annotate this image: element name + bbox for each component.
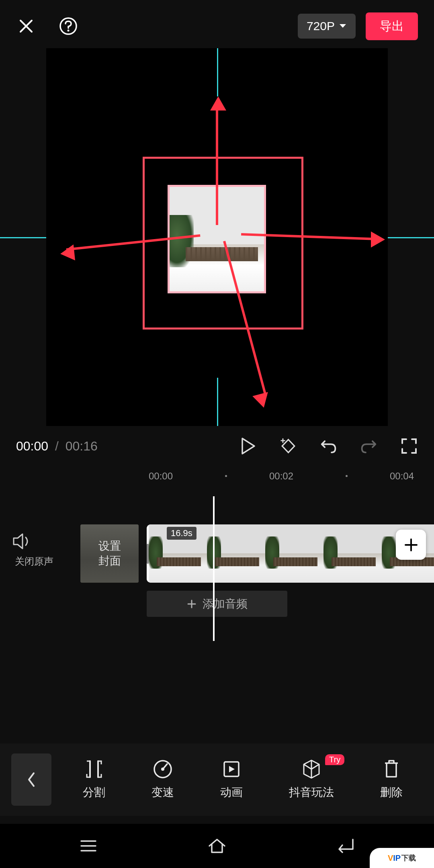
ruler-mark: 00:02 xyxy=(269,471,293,482)
chevron-left-icon xyxy=(27,772,36,788)
alignment-guide-bottom xyxy=(217,378,218,426)
tool-douyin-effects[interactable]: Try 抖音玩法 xyxy=(289,759,334,800)
cover-label-line2: 封面 xyxy=(98,554,121,568)
nav-menu-button[interactable] xyxy=(76,834,100,858)
arrow-head-icon xyxy=(210,96,226,111)
header-left-group xyxy=(16,16,78,36)
plus-icon xyxy=(187,599,197,609)
tool-split[interactable]: 分割 xyxy=(83,759,105,800)
home-icon xyxy=(207,838,227,854)
menu-icon xyxy=(80,839,97,853)
arrow-head-icon xyxy=(252,392,272,409)
clip-frame xyxy=(265,524,323,583)
cube-icon xyxy=(301,759,321,780)
tools-row: 分割 变速 动画 Try 抖音玩法 删除 xyxy=(51,759,434,800)
time-separator: / xyxy=(55,439,59,453)
timeline-ruler[interactable]: 00:00 00:02 00:04 xyxy=(0,466,434,486)
plus-icon xyxy=(404,538,418,552)
alignment-guide-top xyxy=(217,48,218,96)
back-icon xyxy=(336,839,355,853)
add-audio-label: 添加音频 xyxy=(203,596,248,612)
timeline[interactable]: 关闭原声 设置 封面 16.9s 添加音频 xyxy=(0,486,434,639)
help-button[interactable] xyxy=(58,16,78,36)
ruler-mark: 00:04 xyxy=(390,471,414,482)
mute-audio-button[interactable]: 关闭原声 xyxy=(12,532,56,568)
ruler-mark: 00:00 xyxy=(149,471,173,482)
current-time: 00:00 xyxy=(16,439,48,453)
redo-button[interactable] xyxy=(360,437,378,455)
clip-duration-badge: 16.9s xyxy=(167,527,197,540)
playhead[interactable] xyxy=(213,496,215,641)
tool-speed[interactable]: 变速 xyxy=(151,759,174,800)
delete-icon xyxy=(383,759,400,779)
video-clip[interactable]: 16.9s xyxy=(147,524,434,583)
system-nav-bar xyxy=(0,824,434,868)
tool-delete[interactable]: 删除 xyxy=(380,759,403,800)
edit-toolbar: 分割 变速 动画 Try 抖音玩法 删除 xyxy=(0,743,434,816)
header-right-group: 720P 导出 xyxy=(298,12,418,40)
add-audio-button[interactable]: 添加音频 xyxy=(147,591,287,617)
undo-button[interactable] xyxy=(319,437,338,455)
tool-label: 变速 xyxy=(151,785,174,800)
resolution-selector[interactable]: 720P xyxy=(298,14,356,39)
annotation-arrow-up xyxy=(216,100,218,225)
nav-home-button[interactable] xyxy=(205,834,229,858)
keyframe-icon xyxy=(279,436,297,456)
set-cover-button[interactable]: 设置 封面 xyxy=(80,524,139,583)
animation-icon xyxy=(222,760,241,779)
nav-back-button[interactable] xyxy=(334,834,358,858)
ruler-dot xyxy=(225,475,227,477)
thumbnail-decoration xyxy=(186,247,258,261)
watermark-letter: V xyxy=(388,854,393,863)
playback-controls xyxy=(239,437,418,455)
fullscreen-icon xyxy=(401,438,418,454)
try-badge: Try xyxy=(325,754,344,765)
tool-label: 删除 xyxy=(380,785,403,800)
keyframe-button[interactable] xyxy=(279,437,297,455)
watermark: VIP下载 xyxy=(370,848,434,868)
header-bar: 720P 导出 xyxy=(0,0,434,48)
tool-label: 动画 xyxy=(220,785,243,800)
clip-frame xyxy=(323,524,382,583)
help-icon xyxy=(59,16,78,36)
watermark-letter: IP xyxy=(393,854,401,863)
undo-icon xyxy=(319,438,338,454)
tool-animation[interactable]: 动画 xyxy=(220,759,243,800)
alignment-guide-right xyxy=(388,237,434,238)
watermark-suffix: 下载 xyxy=(401,853,416,863)
tool-label: 抖音玩法 xyxy=(289,785,334,800)
svg-point-1 xyxy=(68,30,70,32)
split-icon xyxy=(85,760,103,779)
cover-label-line1: 设置 xyxy=(98,539,121,553)
speed-icon xyxy=(153,759,173,779)
export-button[interactable]: 导出 xyxy=(366,12,418,40)
mute-label: 关闭原声 xyxy=(12,555,56,568)
close-icon xyxy=(18,18,34,34)
toolbar-back-button[interactable] xyxy=(11,753,51,806)
preview-canvas[interactable] xyxy=(46,48,388,426)
playback-bar: 00:00 / 00:16 xyxy=(0,426,434,466)
redo-icon xyxy=(360,438,378,454)
add-clip-button[interactable] xyxy=(396,530,426,560)
fullscreen-button[interactable] xyxy=(400,437,418,455)
arrow-head-icon xyxy=(371,231,385,248)
play-button[interactable] xyxy=(239,437,257,455)
clip-frame xyxy=(207,524,265,583)
ruler-dot xyxy=(346,475,348,477)
time-display: 00:00 / 00:16 xyxy=(16,439,98,454)
arrow-head-icon xyxy=(59,244,75,262)
total-time: 00:16 xyxy=(66,439,98,453)
export-label: 导出 xyxy=(380,19,404,33)
chevron-down-icon xyxy=(339,23,347,29)
alignment-guide-left xyxy=(0,237,46,238)
close-button[interactable] xyxy=(16,16,36,36)
resolution-label: 720P xyxy=(307,19,335,33)
svg-point-3 xyxy=(161,768,164,771)
play-icon xyxy=(241,438,256,454)
speaker-icon xyxy=(12,532,32,550)
tool-label: 分割 xyxy=(83,785,105,800)
